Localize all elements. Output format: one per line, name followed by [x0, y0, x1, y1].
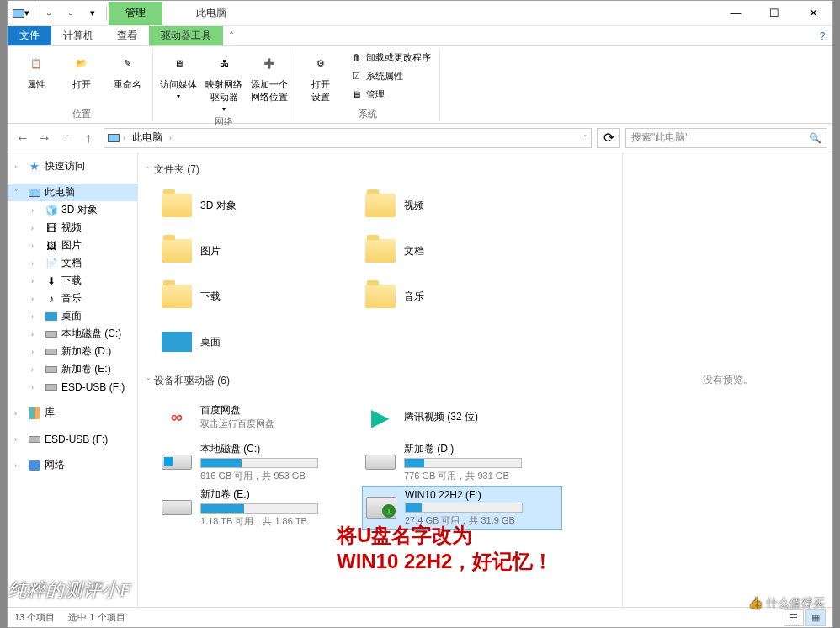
search-placeholder: 搜索"此电脑": [631, 130, 689, 145]
group-header-devices[interactable]: ˅设备和驱动器 (6): [146, 374, 614, 388]
tab-view[interactable]: 查看: [105, 26, 149, 45]
item-3d-objects[interactable]: 3D 对象: [158, 184, 359, 227]
close-button[interactable]: ✕: [794, 1, 832, 26]
ribbon-group-location: 📋属性 📂打开 ✎重命名 位置: [11, 48, 153, 121]
manage-button[interactable]: 🖥管理: [346, 85, 434, 104]
item-disk-f-selected[interactable]: ↓WIN10 22H2 (F:)27.4 GB 可用，共 31.9 GB: [362, 486, 562, 530]
tree-downloads[interactable]: ›⬇下载: [8, 272, 137, 290]
tree-pictures[interactable]: ›🖼图片: [8, 237, 137, 254]
uninstall-button[interactable]: 🗑卸载或更改程序: [346, 48, 434, 67]
item-pictures[interactable]: 图片: [158, 229, 359, 273]
tree-3d-objects[interactable]: ›🧊3D 对象: [8, 201, 137, 219]
map-drive-button[interactable]: 🖧映射网络 驱动器▾: [204, 48, 244, 114]
content-area: ›★快速访问 ˅此电脑 ›🧊3D 对象 ›🎞视频 ›🖼图片 ›📄文档 ›⬇下载 …: [8, 152, 832, 607]
tree-music[interactable]: ›♪音乐: [8, 290, 137, 307]
back-button[interactable]: ←: [13, 128, 33, 148]
selection-count: 选中 1 个项目: [68, 611, 125, 624]
navigation-bar: ← → ˅ ↑ › 此电脑 › ˅ ⟳ 搜索"此电脑" 🔍: [8, 124, 832, 152]
properties-button[interactable]: 📋属性: [16, 48, 56, 93]
label: 3D 对象: [200, 199, 237, 213]
access-media-button[interactable]: 🖥访问媒体▾: [158, 48, 199, 102]
item-downloads[interactable]: 下载: [158, 274, 359, 318]
qat-item[interactable]: ▫: [61, 4, 81, 23]
items-view[interactable]: ˅文件夹 (7) 3D 对象 视频 图片 文档 下载 音乐 桌面 ˅设备和驱动器…: [138, 152, 622, 607]
label: 音乐: [61, 291, 82, 306]
tree-libraries[interactable]: ›库: [8, 404, 137, 422]
label: 3D 对象: [61, 203, 98, 217]
tree-quick-access[interactable]: ›★快速访问: [8, 157, 137, 175]
label: 图片: [200, 244, 221, 258]
search-box[interactable]: 搜索"此电脑" 🔍: [625, 128, 827, 148]
tree-desktop[interactable]: ›桌面: [8, 307, 137, 325]
label: 视频: [61, 221, 82, 235]
label: 新加卷 (D:): [61, 344, 111, 359]
qat-customize[interactable]: ▾: [82, 4, 103, 23]
tree-disk-d[interactable]: ›新加卷 (D:): [8, 343, 137, 360]
label: 文档: [404, 244, 424, 258]
space-bar: [405, 503, 523, 513]
label: 网络: [45, 458, 65, 472]
tree-this-pc[interactable]: ˅此电脑: [8, 184, 137, 201]
label: 属性: [27, 78, 45, 91]
space-text: 27.4 GB 可用，共 31.9 GB: [405, 514, 523, 527]
item-disk-d[interactable]: 新加卷 (D:)776 GB 可用，共 931 GB: [362, 440, 562, 484]
tab-computer[interactable]: 计算机: [51, 26, 105, 45]
item-baidu[interactable]: ∞百度网盘双击运行百度网盘: [158, 395, 359, 439]
tree-videos[interactable]: ›🎞视频: [8, 219, 137, 237]
add-network-button[interactable]: ➕添加一个 网络位置: [249, 48, 290, 105]
rename-button[interactable]: ✎重命名: [107, 48, 147, 93]
up-button[interactable]: ↑: [78, 128, 98, 148]
system-menu-icon[interactable]: ▾: [11, 4, 31, 23]
address-bar[interactable]: › 此电脑 › ˅: [104, 128, 592, 148]
view-details-button[interactable]: ☰: [784, 609, 804, 626]
view-icons-button[interactable]: ▦: [805, 609, 826, 626]
minimize-button[interactable]: —: [716, 1, 755, 26]
group-label: 位置: [72, 107, 91, 121]
maximize-button[interactable]: ☐: [755, 1, 794, 26]
item-documents[interactable]: 文档: [362, 229, 562, 273]
space-bar: [200, 458, 318, 468]
contextual-tab-label: 管理: [109, 2, 162, 25]
ribbon-group-system: ⚙打开 设置 🗑卸载或更改程序 ☑系统属性 🖥管理 系统: [295, 48, 440, 121]
tree-network[interactable]: ›网络: [8, 456, 137, 474]
search-icon[interactable]: 🔍: [809, 132, 821, 144]
chevron-icon[interactable]: ›: [123, 134, 125, 142]
label: ESD-USB (F:): [45, 434, 108, 445]
label: 快速访问: [45, 159, 85, 173]
tree-documents[interactable]: ›📄文档: [8, 254, 137, 272]
open-settings-button[interactable]: ⚙打开 设置: [300, 48, 341, 105]
breadcrumb-item[interactable]: 此电脑: [129, 130, 166, 145]
tree-disk-e[interactable]: ›新加卷 (E:): [8, 360, 137, 378]
label: 图片: [61, 238, 82, 253]
recent-dropdown[interactable]: ˅: [56, 128, 77, 148]
tree-esd-usb-root[interactable]: ›ESD-USB (F:): [8, 430, 137, 448]
item-disk-e[interactable]: 新加卷 (E:)1.18 TB 可用，共 1.86 TB: [158, 486, 359, 530]
help-icon[interactable]: ?: [812, 26, 832, 45]
group-header-folders[interactable]: ˅文件夹 (7): [146, 162, 614, 177]
label: 设备和驱动器 (6): [154, 374, 230, 388]
item-videos[interactable]: 视频: [362, 184, 562, 227]
window-controls: — ☐ ✕: [716, 1, 832, 26]
qat-item[interactable]: ▫: [39, 4, 59, 23]
ribbon-collapse-icon[interactable]: ˄: [223, 26, 240, 45]
tab-drive-tools[interactable]: 驱动器工具: [149, 26, 223, 45]
item-tencent[interactable]: ▶腾讯视频 (32 位): [362, 395, 562, 439]
tab-file[interactable]: 文件: [8, 26, 51, 45]
label: 文档: [61, 256, 82, 270]
label: 腾讯视频 (32 位): [404, 410, 478, 424]
chevron-icon[interactable]: ›: [169, 134, 172, 142]
tree-disk-c[interactable]: ›本地磁盘 (C:): [8, 325, 137, 343]
label: 新加卷 (E:): [200, 487, 318, 502]
address-dropdown-icon[interactable]: ˅: [583, 134, 587, 142]
label: 百度网盘: [200, 403, 274, 418]
tree-esd-usb[interactable]: ›ESD-USB (F:): [8, 378, 137, 396]
item-music[interactable]: 音乐: [362, 274, 562, 318]
item-desktop[interactable]: 桌面: [158, 320, 359, 364]
subtitle: 双击运行百度网盘: [200, 418, 274, 430]
forward-button[interactable]: →: [35, 128, 55, 148]
open-button[interactable]: 📂打开: [61, 48, 102, 93]
navigation-pane: ›★快速访问 ˅此电脑 ›🧊3D 对象 ›🎞视频 ›🖼图片 ›📄文档 ›⬇下载 …: [8, 152, 138, 607]
item-disk-c[interactable]: 本地磁盘 (C:)616 GB 可用，共 953 GB: [158, 440, 359, 484]
system-properties-button[interactable]: ☑系统属性: [346, 67, 434, 85]
refresh-button[interactable]: ⟳: [597, 128, 620, 148]
